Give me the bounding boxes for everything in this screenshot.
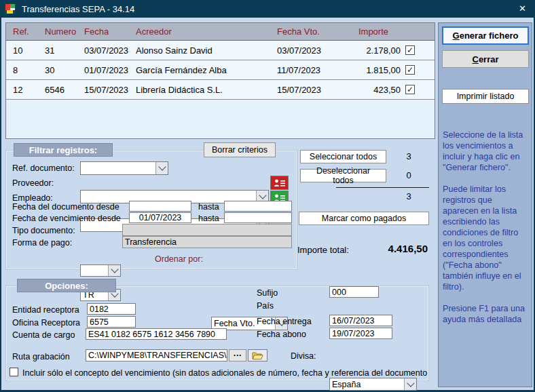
help-paragraph-2: Puede limitar los registros que aparecen… [443,184,529,292]
help-paragraph-1: Seleccione de la lista los vencimientos … [443,130,529,173]
imprimir-listado-button[interactable]: Imprimir listado [442,89,529,104]
oficina-receptora-label: Oficina Receptora [12,318,80,328]
forma-pago-label: Forma de pago: [12,238,72,248]
fecha-documento-desde-input[interactable] [129,201,191,212]
entidad-receptora-label: Entidad receptora [12,305,79,315]
cell-ref: 12 [6,85,45,95]
cell-importe: 423,50 [346,85,402,95]
cell-fecha: 01/07/2023 [84,65,136,75]
cuenta-cargo-label: Cuenta de cargo [12,330,75,340]
ruta-grabacion-label: Ruta grabación [12,352,70,361]
cell-importe: 1.815,00 [346,65,402,75]
fecha-entrega-label: Fecha entrega [257,317,312,326]
pais-label: País [257,301,274,311]
fecha-documento-desde-label: Fecha del documento desde [12,202,119,212]
tipo-documento-label: Tipo documento: [12,226,75,235]
ref-documento-combobox[interactable] [80,161,168,175]
chevron-down-icon[interactable] [108,265,120,276]
cell-acreedor: Alonso Sainz David [136,45,277,56]
table-header-row: Ref. Numero Fecha Acreedor Fecha Vto. Im… [6,23,435,41]
incluir-solo-concepto-label: Incluir sólo el concepto del vencimiento… [22,368,427,378]
sum-divider [336,187,429,188]
ordenar-por-label: Ordenar por: [155,254,203,264]
col-header-fecha-vto[interactable]: Fecha Vto. [277,26,346,37]
window-title: Transferencias SEPA - 34.14 [22,4,134,14]
hasta-label-2: hasta [198,214,219,223]
table-row[interactable]: 10 31 03/07/2023 Alonso Sainz David 03/0… [6,41,435,60]
cell-numero: 30 [45,65,84,75]
incluir-solo-concepto-checkbox[interactable] [10,368,18,376]
filtrar-registros-title: Filtrar registros: [14,143,113,157]
generar-fichero-button[interactable]: Generar fichero [442,26,529,45]
cell-fecha-vto: 15/07/2023 [277,85,346,95]
cell-ref: 8 [6,65,45,75]
fecha-vencimiento-hasta-input[interactable] [224,212,292,223]
hasta-label-1: hasta [198,202,219,212]
open-folder-icon[interactable] [248,349,268,361]
proveedor-label: Proveedor: [12,178,54,188]
col-header-acreedor[interactable]: Acreedor [136,26,277,37]
chevron-down-icon[interactable] [404,378,416,390]
borrar-criterios-button[interactable]: Borrar criterios [204,142,276,157]
cell-acreedor: García Fernández Alba [136,65,277,75]
cuenta-cargo-input[interactable]: ES41 0182 6575 1612 3456 7890 [86,328,227,340]
col-header-ref[interactable]: Ref. [6,26,45,37]
help-text: Seleccione de la lista los vencimientos … [443,130,529,336]
ref-documento-label: Ref. documento: [12,163,75,173]
total-count: 3 [399,191,418,201]
tipo-documento-combobox[interactable] [80,264,121,277]
fecha-entrega-input[interactable]: 16/07/2023 [329,315,392,326]
tipo-documento-descripcion [122,224,292,236]
sufijo-input[interactable]: 000 [329,286,379,298]
cerrar-button[interactable]: Cerrar [442,50,529,68]
deseleccionar-todos-button[interactable]: Deseleccionar todos [300,169,386,182]
fecha-abono-label: Fecha abono [257,330,306,339]
row-checkbox[interactable]: ✓ [405,45,415,55]
row-checkbox[interactable]: ✓ [405,65,415,75]
col-header-fecha[interactable]: Fecha [84,26,136,37]
fecha-abono-input[interactable]: 19/07/2023 [329,328,392,339]
close-icon[interactable]: ✕ [519,3,526,14]
importe-total-value: 4.416,50 [353,243,428,254]
opciones-title: Opciones: [17,279,116,292]
table-row[interactable]: 8 30 01/07/2023 García Fernández Alba 11… [6,60,435,80]
cell-numero: 31 [45,45,84,56]
cell-fecha-vto: 03/07/2023 [277,45,346,56]
cell-numero: 6546 [45,85,84,95]
help-paragraph-3: Presione F1 para una ayuda más detallada [443,303,529,325]
col-header-importe[interactable]: Importe [346,26,402,37]
transferencias-sepa-window: Transferencias SEPA - 34.14 ✕ Ref. Numer… [0,0,535,392]
selected-count: 3 [399,151,418,161]
cell-fecha: 03/07/2023 [84,45,136,56]
forma-pago-descripcion: Transferencia [122,236,292,248]
cell-fecha: 15/07/2023 [84,85,136,95]
cell-acreedor: Librería Didáctica S.L. [136,85,277,95]
empleado-label: Empleado: [12,193,53,203]
table-row[interactable]: 12 6546 15/07/2023 Librería Didáctica S.… [6,80,435,100]
pais-combobox[interactable]: España [329,378,417,391]
cell-importe: 2.178,00 [346,45,402,56]
entidad-receptora-input[interactable]: 0182 [87,303,136,315]
oficina-receptora-input[interactable]: 6575 [87,316,136,328]
chevron-down-icon[interactable] [155,162,168,174]
deselected-count: 0 [399,170,418,180]
ruta-grabacion-input[interactable]: C:\WINPYME8\TRANSFERENCIAS\bnc_T202 [86,349,227,361]
row-checkbox[interactable]: ✓ [405,85,415,94]
fecha-vencimiento-desde-input[interactable]: 01/07/2023 [129,212,191,223]
divisa-label: Divisa: [291,351,316,361]
app-logo-icon [5,3,16,14]
title-bar: Transferencias SEPA - 34.14 ✕ [0,0,535,18]
cell-fecha-vto: 11/07/2023 [277,65,346,75]
proveedor-lookup-icon[interactable] [270,176,289,190]
importe-total-label: Importe total: [297,245,349,255]
browse-dots-button[interactable]: ··· [229,349,246,361]
col-header-numero[interactable]: Numero [45,26,84,37]
fecha-vencimiento-desde-label: Fecha de vencimiento desde [12,214,121,223]
cell-ref: 10 [6,45,45,56]
seleccionar-todos-button[interactable]: Seleccionar todos [300,150,386,163]
vencimientos-table: Ref. Numero Fecha Acreedor Fecha Vto. Im… [5,22,435,139]
marcar-como-pagados-button[interactable]: Marcar como pagados [299,212,429,225]
sufijo-label: Sufijo [257,288,278,298]
fecha-documento-hasta-input[interactable] [224,201,292,212]
